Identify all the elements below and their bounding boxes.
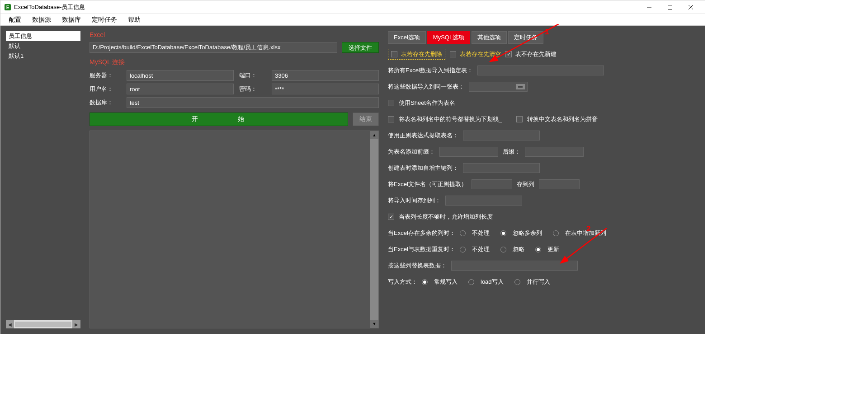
import-same-combo[interactable]	[469, 82, 528, 92]
user-label: 用户名：	[90, 85, 121, 93]
db-input[interactable]	[127, 97, 379, 108]
maximize-button[interactable]	[660, 0, 680, 14]
cb-replace-symbols[interactable]	[388, 116, 394, 122]
window-controls	[639, 0, 701, 14]
log-area[interactable]: ▲ ▼	[90, 131, 379, 328]
cb-allow-extend-col-label: 当表列长度不够时，允许增加列长度	[399, 213, 493, 221]
import-all-label: 将所有Excel数据导入到指定表：	[388, 66, 473, 75]
tab-excel-options[interactable]: Excel选项	[388, 31, 426, 44]
scroll-right-icon[interactable]: ▶	[72, 320, 80, 328]
sidebar-item-2[interactable]: 默认1	[6, 51, 80, 61]
auto-pk-input[interactable]	[463, 163, 540, 173]
cb-convert-pinyin[interactable]	[516, 116, 523, 122]
sidebar-item-0[interactable]: 员工信息	[6, 31, 80, 41]
app-window: E ExcelToDatabase-员工信息 配置 数据源 数据库 定时任务 帮…	[0, 0, 705, 334]
table-suffix-label: 后缀：	[503, 148, 520, 156]
workspace: 1 2 员工信息 默认 默认1 ◀ ▶ Excel 选择文件 MySQL 连接	[0, 26, 705, 334]
sidebar-list[interactable]: 员工信息 默认 默认1	[6, 31, 80, 320]
cb-drop-if-exists-label: 表若存在先删除	[401, 50, 442, 58]
table-suffix-input[interactable]	[525, 147, 584, 157]
cb-allow-extend-col[interactable]	[388, 214, 394, 220]
filename-regex-input[interactable]	[472, 179, 512, 189]
import-same-label: 将这些数据导入到同一张表：	[388, 83, 464, 91]
combo-dropdown-icon[interactable]	[515, 84, 525, 90]
tab-mysql-options[interactable]: MySQL选项	[427, 31, 470, 44]
radio-write-load-label: load写入	[481, 278, 504, 286]
cb-use-sheet-name-label: 使用Sheet名作为表名	[399, 99, 455, 107]
minimize-button[interactable]	[639, 0, 660, 14]
db-label: 数据库：	[90, 98, 121, 107]
scroll-thumb[interactable]	[15, 322, 71, 327]
cb-create-if-not-exists[interactable]	[505, 51, 512, 57]
duplicate-label: 当Excel与表数据重复时：	[388, 245, 455, 253]
port-label: 端口：	[239, 71, 266, 80]
menu-schedule[interactable]: 定时任务	[87, 15, 122, 25]
choose-file-button[interactable]: 选择文件	[342, 42, 379, 53]
password-label: 密码：	[239, 85, 266, 93]
scroll-left-icon[interactable]: ◀	[6, 320, 14, 328]
close-button[interactable]	[680, 0, 701, 14]
port-input[interactable]	[272, 70, 379, 81]
radio-extra-addcol[interactable]	[553, 230, 559, 236]
sidebar-hscrollbar[interactable]: ◀ ▶	[6, 320, 80, 328]
sidebar-item-1[interactable]: 默认	[6, 41, 80, 51]
start-button[interactable]: 开 始	[90, 112, 348, 126]
menu-help[interactable]: 帮助	[123, 15, 145, 25]
radio-extra-ignore-label: 忽略多余列	[513, 229, 542, 237]
scroll-up-icon[interactable]: ▲	[370, 131, 378, 139]
auto-pk-label: 创建表时添加自增主键列：	[388, 164, 458, 172]
cb-truncate-if-exists-label: 表若存在先清空	[460, 50, 501, 58]
radio-extra-addcol-label: 在表中增加新列	[565, 229, 606, 237]
center-panel: Excel 选择文件 MySQL 连接 服务器： 端口： 用户名： 密码： 数据…	[90, 31, 379, 328]
cb-convert-pinyin-label: 转换中文表名和列名为拼音	[527, 115, 598, 123]
radio-dup-update[interactable]	[535, 247, 541, 253]
user-input[interactable]	[127, 84, 234, 94]
cb-create-if-not-exists-label: 表不存在先新建	[515, 50, 557, 58]
radio-dup-noop[interactable]	[460, 247, 466, 253]
radio-dup-update-label: 更新	[547, 245, 559, 253]
scroll-track[interactable]	[370, 139, 378, 320]
import-all-table-input[interactable]	[477, 65, 604, 75]
scroll-down-icon[interactable]: ▼	[370, 320, 378, 328]
sidebar: 员工信息 默认 默认1 ◀ ▶	[6, 31, 80, 328]
filename-col-input[interactable]	[539, 179, 580, 189]
radio-write-normal[interactable]	[422, 279, 428, 285]
menu-database[interactable]: 数据库	[57, 15, 85, 25]
radio-extra-noop-label: 不处理	[472, 229, 490, 237]
app-icon: E	[4, 4, 11, 11]
cb-drop-if-exists[interactable]	[391, 51, 397, 57]
menu-config[interactable]: 配置	[4, 15, 26, 25]
replace-by-cols-input[interactable]	[451, 261, 578, 271]
radio-dup-ignore[interactable]	[500, 247, 506, 253]
table-prefix-label: 为表名添加前缀：	[388, 148, 435, 156]
radio-extra-noop[interactable]	[460, 230, 466, 236]
cb-truncate-if-exists[interactable]	[450, 51, 456, 57]
radio-dup-noop-label: 不处理	[472, 245, 490, 253]
cb-use-sheet-name[interactable]	[388, 100, 394, 106]
table-prefix-input[interactable]	[439, 147, 498, 157]
radio-dup-ignore-label: 忽略	[513, 245, 524, 253]
tab-other-options[interactable]: 其他选项	[472, 31, 507, 44]
end-button[interactable]: 结束	[353, 112, 379, 126]
save-to-col-label: 存到列	[517, 180, 534, 188]
tabs: Excel选项 MySQL选项 其他选项 定时任务	[388, 31, 699, 44]
svg-rect-8	[518, 86, 523, 88]
excel-path-input[interactable]	[90, 42, 337, 53]
tab-schedule[interactable]: 定时任务	[508, 31, 543, 44]
server-input[interactable]	[127, 70, 234, 81]
password-input[interactable]	[272, 84, 379, 94]
save-filename-label: 将Excel文件名（可正则提取）	[388, 180, 467, 188]
regex-tablename-input[interactable]	[463, 131, 540, 140]
import-time-col-input[interactable]	[445, 196, 522, 206]
menu-datasource[interactable]: 数据源	[28, 15, 56, 25]
radio-write-parallel[interactable]	[514, 279, 520, 285]
radio-write-parallel-label: 并行写入	[527, 278, 550, 286]
radio-write-load[interactable]	[468, 279, 474, 285]
radio-write-normal-label: 常规写入	[434, 278, 458, 286]
svg-rect-3	[668, 5, 672, 9]
titlebar: E ExcelToDatabase-员工信息	[0, 0, 705, 14]
log-vscrollbar[interactable]: ▲ ▼	[370, 131, 378, 328]
import-time-label: 将导入时间存到列：	[388, 196, 441, 205]
options-panel: Excel选项 MySQL选项 其他选项 定时任务 表若存在先删除 表若存在先清…	[388, 31, 699, 328]
radio-extra-ignore[interactable]	[500, 230, 506, 236]
